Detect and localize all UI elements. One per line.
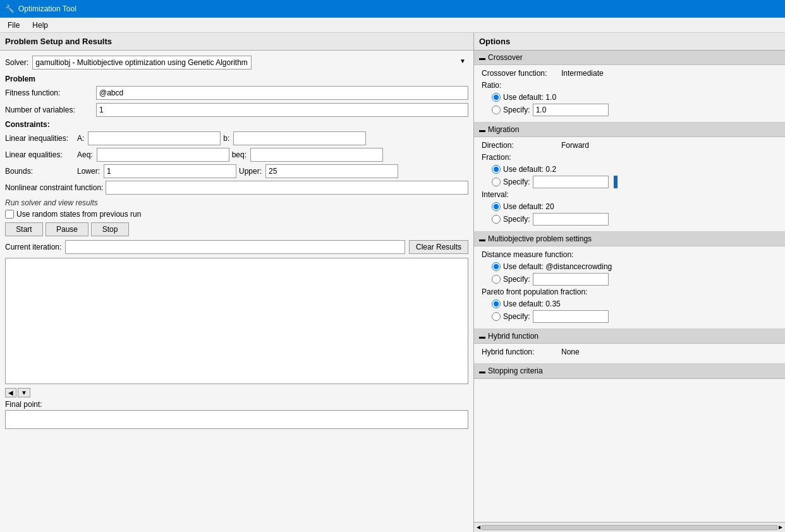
opt-field-label-multiobjective-0: Distance measure function:: [482, 250, 573, 259]
left-panel: Problem Setup and Results Solver: gamult…: [0, 33, 474, 532]
a-input[interactable]: [88, 131, 221, 145]
radio-label-ratio-default: Use default: 1.0: [503, 93, 556, 102]
scroll-left-btn[interactable]: ◀: [475, 524, 482, 530]
right-content[interactable]: ▬ CrossoverCrossover function:Intermedia…: [474, 51, 785, 522]
opt-row-migration-0: Direction:Forward: [482, 141, 780, 150]
aeq-input[interactable]: [97, 148, 229, 162]
opt-field-label-crossover-1: Ratio:: [482, 81, 557, 90]
section-body-hybrid: Hybrid function:None: [474, 344, 785, 363]
section-header-multiobjective[interactable]: ▬ Multiobjective problem settings: [474, 232, 785, 246]
right-panel: Options ▬ CrossoverCrossover function:In…: [474, 33, 785, 532]
app-title: Optimization Tool: [18, 4, 76, 13]
numvars-input[interactable]: [96, 103, 468, 117]
iteration-row: Current iteration: Clear Results: [5, 240, 468, 254]
lower-input[interactable]: [104, 164, 236, 178]
linear-eq-row: Linear equalities: Aeq: beq:: [5, 148, 468, 162]
radio-frac-default[interactable]: [492, 165, 501, 174]
left-content: Solver: gamultiobj - Multiobjective opti…: [0, 51, 473, 532]
radio-row-multiobjective-1-0: Use default: 0.35: [492, 299, 780, 308]
opt-label-row-migration-2: Interval:: [482, 190, 780, 199]
radio-input-pareto-specify[interactable]: [533, 310, 609, 323]
section-body-migration: Direction:ForwardFraction:Use default: 0…: [474, 137, 785, 231]
scrollbar-track[interactable]: [482, 525, 777, 530]
radio-row-migration-2-1: Specify:: [492, 213, 780, 226]
radio-label-dist-default: Use default: @distancecrowding: [503, 262, 612, 271]
section-crossover: ▬ CrossoverCrossover function:Intermedia…: [474, 51, 785, 123]
radio-row-crossover-1-0: Use default: 1.0: [492, 93, 780, 102]
radio-pareto-default[interactable]: [492, 299, 501, 308]
opt-label-row-multiobjective-0: Distance measure function:: [482, 250, 780, 259]
aeq-label: Aeq:: [77, 150, 93, 159]
final-point-section: Final point:: [5, 400, 468, 429]
nonlinear-input[interactable]: [106, 181, 468, 195]
menu-help[interactable]: Help: [27, 20, 53, 31]
radio-input-int-specify[interactable]: [533, 213, 609, 226]
radio-int-specify[interactable]: [492, 215, 501, 224]
beq-input[interactable]: [250, 148, 383, 162]
stop-button[interactable]: Stop: [91, 222, 129, 236]
radio-input-dist-specify[interactable]: [533, 273, 609, 286]
radio-input-ratio-specify[interactable]: [533, 104, 609, 116]
pause-button[interactable]: Pause: [46, 222, 88, 236]
radio-ratio-default[interactable]: [492, 93, 501, 102]
scroll-right-btn[interactable]: ▶: [777, 524, 784, 530]
section-header-migration[interactable]: ▬ Migration: [474, 123, 785, 137]
radio-row-multiobjective-1-1: Specify:: [492, 310, 780, 323]
solver-select-wrapper: gamultiobj - Multiobjective optimization…: [32, 56, 468, 70]
section-body-crossover: Crossover function:IntermediateRatio:Use…: [474, 65, 785, 122]
bounds-row: Bounds: Lower: Upper:: [5, 164, 468, 178]
opt-value-migration-0: Forward: [561, 141, 589, 150]
collapse-icon-stopping: ▬: [479, 368, 485, 375]
slider-frac-specify: [614, 176, 618, 188]
numvars-row: Number of variables:: [5, 103, 468, 117]
radio-frac-specify[interactable]: [492, 178, 501, 186]
radio-label-frac-default: Use default: 0.2: [503, 165, 556, 174]
fitness-input[interactable]: [96, 86, 468, 100]
section-body-multiobjective: Distance measure function:Use default: @…: [474, 246, 785, 329]
iteration-input[interactable]: [65, 240, 405, 254]
random-states-label: Use random states from previous run: [16, 210, 141, 219]
solver-select[interactable]: gamultiobj - Multiobjective optimization…: [32, 56, 252, 70]
collapse-icon-hybrid: ▬: [479, 333, 485, 340]
radio-dist-default[interactable]: [492, 262, 501, 271]
section-header-crossover[interactable]: ▬ Crossover: [474, 51, 785, 65]
menubar: File Help: [0, 18, 785, 33]
bounds-label: Bounds:: [5, 167, 75, 176]
b-input[interactable]: [233, 131, 366, 145]
bottom-scrollbar: ◀ ▶: [474, 522, 785, 532]
collapse-icon-crossover: ▬: [479, 54, 485, 61]
random-states-row: Use random states from previous run: [5, 210, 468, 219]
section-header-hybrid[interactable]: ▬ Hybrid function: [474, 329, 785, 344]
start-button[interactable]: Start: [5, 222, 43, 236]
radio-input-frac-specify[interactable]: [533, 176, 609, 188]
radio-row-crossover-1-1: Specify:: [492, 104, 780, 116]
section-stopping: ▬ Stopping criteria: [474, 364, 785, 379]
arrow-down-button[interactable]: ▼: [18, 388, 30, 397]
arrow-left-button[interactable]: ◀: [5, 388, 16, 397]
radio-pareto-specify[interactable]: [492, 312, 501, 321]
right-panel-inner: ▬ CrossoverCrossover function:Intermedia…: [474, 51, 785, 522]
radio-ratio-specify[interactable]: [492, 106, 501, 114]
opt-label-migration-0: Direction:: [482, 141, 557, 150]
b-label: b:: [223, 134, 229, 143]
app-icon: 🔧: [5, 4, 15, 13]
menu-file[interactable]: File: [3, 20, 25, 31]
nonlinear-label: Nonlinear constraint function:: [5, 183, 103, 192]
radio-label-pareto-specify: Specify:: [503, 312, 530, 321]
final-point-area: [5, 410, 468, 429]
nonlinear-row: Nonlinear constraint function:: [5, 181, 468, 195]
section-header-stopping[interactable]: ▬ Stopping criteria: [474, 364, 785, 378]
clear-results-button[interactable]: Clear Results: [409, 240, 468, 254]
upper-input[interactable]: [265, 164, 398, 178]
radio-dist-specify[interactable]: [492, 275, 501, 284]
run-section: Run solver and view results Use random s…: [5, 198, 468, 254]
random-states-checkbox[interactable]: [5, 210, 14, 219]
upper-label: Upper:: [239, 167, 262, 176]
radio-int-default[interactable]: [492, 202, 501, 211]
beq-label: beq:: [232, 150, 246, 159]
numvars-label: Number of variables:: [5, 106, 94, 114]
lower-label: Lower:: [77, 167, 100, 176]
opt-label-row-multiobjective-1: Pareto front population fraction:: [482, 287, 780, 296]
fitness-row: Fitness function:: [5, 86, 468, 100]
solver-row: Solver: gamultiobj - Multiobjective opti…: [5, 56, 468, 70]
